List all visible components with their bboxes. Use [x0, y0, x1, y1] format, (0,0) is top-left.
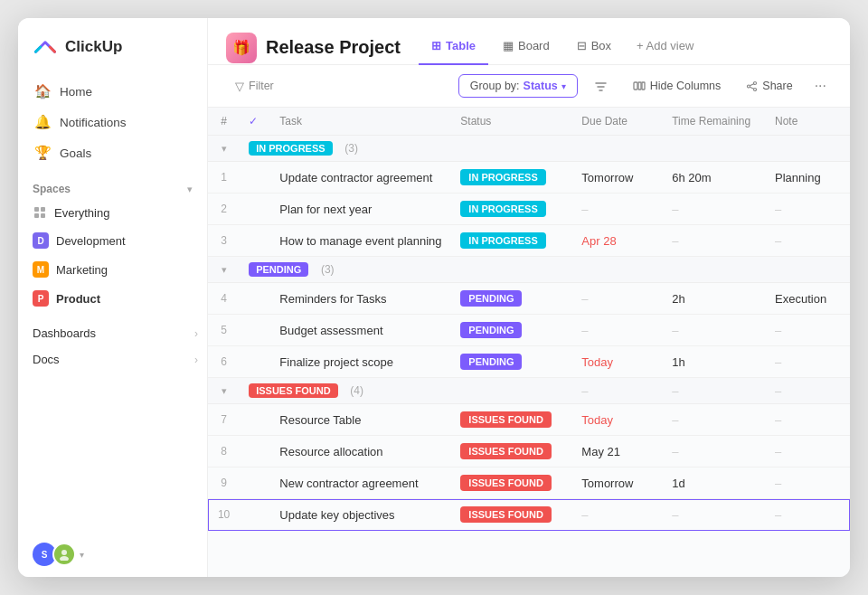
sidebar-item-home[interactable]: 🏠 Home [25, 76, 200, 107]
row-3-check[interactable] [240, 225, 270, 257]
app-window: ClickUp 🏠 Home 🔔 Notifications 🏆 Goals S… [18, 18, 850, 577]
row-9-due: Tomorrow [572, 468, 663, 499]
row-9-task[interactable]: New contractor agreement [270, 468, 451, 499]
row-7-task[interactable]: Resource Table [270, 404, 451, 436]
row-4-task[interactable]: Reminders for Tasks [270, 283, 451, 315]
row-6-task[interactable]: Finalize project scope [270, 346, 451, 378]
row-10-check[interactable] [240, 499, 270, 531]
group-toggle-in-progress[interactable]: ▾ [208, 136, 240, 162]
row-8-task[interactable]: Resource allocation [270, 436, 451, 468]
sidebar-item-everything[interactable]: Everything [18, 199, 207, 226]
avatar-group[interactable]: S ▾ [33, 543, 84, 566]
hide-columns-button[interactable]: Hide Columns [624, 75, 731, 97]
row-9-check[interactable] [240, 468, 270, 499]
row-5-check[interactable] [240, 315, 270, 346]
sidebar-item-notifications-label: Notifications [60, 116, 127, 129]
row-3-time: – [663, 225, 766, 257]
sidebar-item-dashboards[interactable]: Dashboards › [18, 320, 207, 346]
group-header-issues-found: ▾ ISSUES FOUND (4) – – – [208, 378, 850, 404]
pending-count: (3) [321, 263, 335, 276]
row-4-check[interactable] [240, 283, 270, 315]
clickup-logo-icon [33, 34, 58, 60]
project-icon: 🎁 [226, 33, 257, 63]
row-6-check[interactable] [240, 346, 270, 378]
row-2-check[interactable] [240, 194, 270, 225]
sidebar-item-notifications[interactable]: 🔔 Notifications [25, 107, 200, 137]
add-view-button[interactable]: + Add view [626, 32, 704, 63]
row-6-time: 1h [663, 346, 766, 378]
row-1-num: 1 [208, 162, 240, 194]
row-5-time: – [663, 315, 766, 346]
row-3-status[interactable]: IN PROGRESS [451, 225, 572, 257]
row-3-task[interactable]: How to manage event planning [270, 225, 451, 257]
group-toggle-issues[interactable]: ▾ [208, 378, 240, 404]
row-1-check[interactable] [240, 162, 270, 194]
logo[interactable]: ClickUp [18, 18, 207, 72]
sidebar-item-marketing[interactable]: M Marketing [18, 255, 207, 284]
share-button[interactable]: Share [737, 75, 801, 97]
filter-icon: ▽ [235, 80, 244, 93]
more-options-button[interactable]: ··· [809, 74, 832, 98]
row-10-note: – [766, 499, 850, 531]
row-5-status[interactable]: PENDING [451, 315, 572, 346]
row-3-due: Apr 28 [572, 225, 663, 257]
group-toggle-pending[interactable]: ▾ [208, 257, 240, 283]
row-9-time: 1d [663, 468, 766, 499]
row-3-num: 3 [208, 225, 240, 257]
row-6-num: 6 [208, 346, 240, 378]
col-task-header: Task [270, 108, 451, 136]
row-5-due: – [572, 315, 663, 346]
sidebar-item-product[interactable]: P Product [18, 284, 207, 313]
marketing-dot: M [33, 261, 49, 278]
sidebar-item-development[interactable]: D Development [18, 226, 207, 255]
tab-table[interactable]: ⊞ Table [419, 32, 488, 65]
table-body: ▾ IN PROGRESS (3) 1 Update contractor ag… [208, 136, 850, 531]
docs-label: Docs [33, 353, 60, 366]
row-9-status[interactable]: ISSUES FOUND [451, 468, 572, 499]
row-5-task[interactable]: Budget assessment [270, 315, 451, 346]
group-header-pending: ▾ PENDING (3) [208, 257, 850, 283]
svg-point-4 [61, 550, 67, 555]
row-4-status[interactable]: PENDING [451, 283, 572, 315]
row-9-num: 9 [208, 468, 240, 499]
group-header-in-progress: ▾ IN PROGRESS (3) [208, 136, 850, 162]
row-2-num: 2 [208, 194, 240, 225]
group-by-button[interactable]: Group by: Status ▾ [458, 74, 578, 98]
row-7-check[interactable] [240, 404, 270, 436]
row-8-status[interactable]: ISSUES FOUND [451, 436, 572, 468]
in-progress-badge: IN PROGRESS [249, 141, 332, 156]
row-4-time: 2h [663, 283, 766, 315]
sort-icon [594, 80, 608, 93]
row-1-note: Planning [766, 162, 850, 194]
spaces-list: Everything D Development M Marketing P P… [18, 199, 207, 313]
row-6-status[interactable]: PENDING [451, 346, 572, 378]
sidebar-item-docs[interactable]: Docs › [18, 346, 207, 373]
row-6-note: – [766, 346, 850, 378]
tab-board[interactable]: ▦ Board [490, 32, 562, 65]
tab-box[interactable]: ⊟ Box [564, 32, 624, 65]
row-8-check[interactable] [240, 436, 270, 468]
row-2-status[interactable]: IN PROGRESS [451, 194, 572, 225]
row-3-note: – [766, 225, 850, 257]
row-2-task[interactable]: Plan for next year [270, 194, 451, 225]
col-due-header: Due Date [572, 108, 663, 136]
sidebar-item-goals[interactable]: 🏆 Goals [25, 137, 200, 168]
board-tab-icon: ▦ [503, 39, 514, 52]
product-dot: P [33, 290, 49, 307]
row-4-note: Execution [766, 283, 850, 315]
row-1-task[interactable]: Update contractor agreement [270, 162, 451, 194]
col-hash: # [208, 108, 240, 136]
dashboards-label: Dashboards [33, 326, 96, 340]
table-row: 3 How to manage event planning IN PROGRE… [208, 225, 850, 257]
table-row: 8 Resource allocation ISSUES FOUND May 2… [208, 436, 850, 468]
row-10-task[interactable]: Update key objectives [270, 499, 451, 531]
sort-button[interactable] [585, 75, 617, 98]
row-10-status[interactable]: ISSUES FOUND [451, 499, 572, 531]
filter-button[interactable]: ▽ Filter [226, 75, 283, 98]
col-check: ✓ [240, 108, 270, 136]
row-8-time: – [663, 436, 766, 468]
spaces-collapse-icon[interactable]: ▾ [187, 184, 193, 195]
logo-text: ClickUp [65, 38, 122, 56]
row-1-status[interactable]: IN PROGRESS [451, 162, 572, 194]
row-7-status[interactable]: ISSUES FOUND [451, 404, 572, 436]
